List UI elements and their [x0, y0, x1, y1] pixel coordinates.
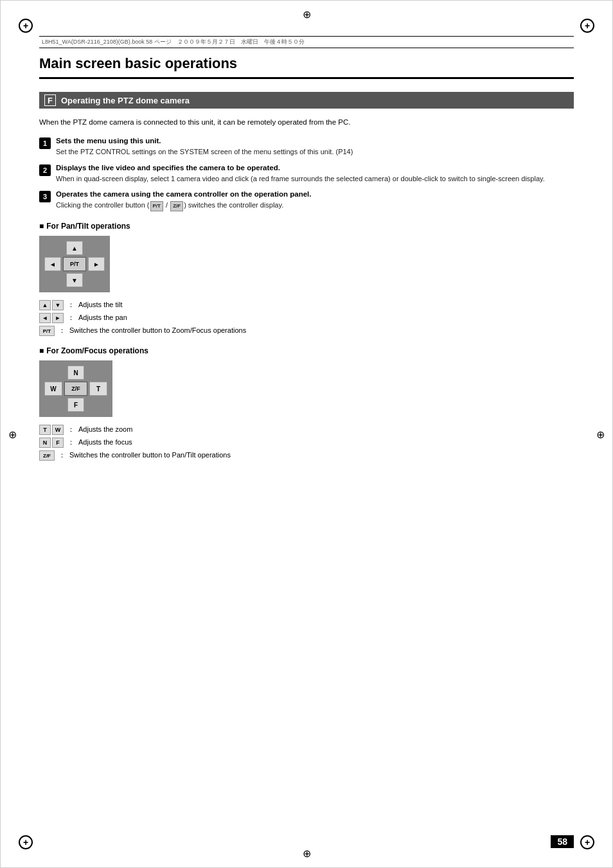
step-1-desc: Set the PTZ CONTROL settings on the SYST… — [56, 146, 574, 157]
zf-row-middle: W Z/F T — [44, 382, 107, 396]
reg-mark-top: ⊕ — [303, 8, 311, 21]
step-1-content: Sets the menu using this unit. Set the P… — [56, 137, 574, 157]
step-1-title: Sets the menu using this unit. — [56, 137, 574, 145]
reg-mark-bottom: ⊕ — [303, 847, 311, 860]
far-icon: F — [52, 438, 64, 448]
zoom-icons: T W — [39, 425, 64, 435]
step-3: 3 Operates the camera using the camera c… — [39, 190, 574, 211]
step-3-title: Operates the camera using the camera con… — [56, 190, 574, 198]
zf-button-inline: Z/F — [170, 201, 183, 211]
zf-row-top: N — [67, 366, 84, 380]
page-container: ⊕ ⊕ ⊕ ⊕ L8H51_WA(DSR-2116_2108)(GB).book… — [0, 0, 613, 868]
file-info-bar: L8H51_WA(DSR-2116_2108)(GB).book 58 ページ … — [39, 36, 574, 48]
zoom-focus-legend: T W ： Adjusts the zoom N F ： Adjusts the… — [39, 425, 574, 461]
step-1: 1 Sets the menu using this unit. Set the… — [39, 137, 574, 157]
near-icon: N — [39, 438, 51, 448]
tilt-up-icon: ▲ — [39, 300, 51, 310]
pan-tilt-legend: ▲ ▼ ： Adjusts the tilt ◄ ► ： Adjusts the… — [39, 300, 574, 336]
wide-icon: W — [52, 425, 64, 435]
step-2-title: Displays the live video and specifies th… — [56, 164, 574, 172]
page-title: Main screen basic operations — [39, 55, 574, 79]
step-3-content: Operates the camera using the camera con… — [56, 190, 574, 211]
pan-right-icon: ► — [52, 313, 64, 323]
corner-mark-tr — [580, 19, 594, 33]
pt-legend-switch: P/T ： Switches the controller button to … — [39, 326, 574, 336]
zf-near-button[interactable]: N — [67, 366, 84, 380]
pt-switch-legend-text: Switches the controller button to Zoom/F… — [69, 326, 246, 335]
tilt-down-icon: ▼ — [52, 300, 64, 310]
pan-tilt-diagram: ▲ ◄ P/T ► ▼ — [39, 236, 110, 292]
tilt-icons: ▲ ▼ — [39, 300, 64, 310]
zf-center-button[interactable]: Z/F — [64, 382, 87, 396]
pt-legend-pan: ◄ ► ： Adjusts the pan — [39, 313, 574, 323]
pt-up-button[interactable]: ▲ — [66, 241, 83, 255]
step-2: 2 Displays the live video and specifies … — [39, 164, 574, 184]
page-number: 58 — [551, 835, 574, 848]
pt-row-top: ▲ — [66, 241, 83, 255]
focus-legend-text: Adjusts the focus — [78, 438, 132, 447]
corner-mark-bl — [19, 835, 33, 849]
page-number-value: 58 — [551, 835, 574, 848]
step-1-number: 1 — [39, 137, 51, 149]
step-3-number: 3 — [39, 191, 51, 202]
pt-legend-tilt: ▲ ▼ ： Adjusts the tilt — [39, 300, 574, 310]
main-content: Main screen basic operations F Operating… — [39, 55, 574, 829]
focus-icons: N F — [39, 438, 64, 448]
zf-legend-focus: N F ： Adjusts the focus — [39, 438, 574, 448]
intro-text: When the PTZ dome camera is connected to… — [39, 116, 574, 128]
pt-label-box: P/T — [39, 326, 55, 336]
pt-down-button[interactable]: ▼ — [66, 273, 83, 287]
zf-legend-switch: Z/F ： Switches the controller button to … — [39, 450, 574, 461]
section-letter: F — [44, 94, 56, 106]
corner-mark-tl — [19, 19, 33, 33]
step-2-content: Displays the live video and specifies th… — [56, 164, 574, 184]
zf-tele-button[interactable]: T — [89, 382, 107, 396]
tilt-legend-text: Adjusts the tilt — [78, 300, 122, 310]
pt-button-inline: P/T — [150, 201, 163, 211]
zf-wide-button[interactable]: W — [44, 382, 62, 396]
step-3-desc: Clicking the controller button (P/T / Z/… — [56, 200, 574, 211]
zf-far-button[interactable]: F — [67, 398, 84, 412]
step-2-desc: When in quad-screen display, select 1 ca… — [56, 173, 574, 184]
pt-row-middle: ◄ P/T ► — [44, 257, 105, 271]
zf-label-box: Z/F — [39, 450, 55, 461]
zoom-focus-diagram: N W Z/F T F — [39, 360, 112, 417]
pt-right-button[interactable]: ► — [88, 257, 105, 271]
pan-legend-text: Adjusts the pan — [78, 313, 127, 323]
pt-row-bottom: ▼ — [66, 273, 83, 287]
pt-center-button[interactable]: P/T — [63, 257, 86, 271]
zf-legend-zoom: T W ： Adjusts the zoom — [39, 425, 574, 435]
pan-icons: ◄ ► — [39, 313, 64, 323]
file-info-text: L8H51_WA(DSR-2116_2108)(GB).book 58 ページ … — [42, 38, 305, 46]
reg-mark-right: ⊕ — [596, 428, 605, 440]
step-2-number: 2 — [39, 164, 51, 176]
zf-switch-icon: Z/F — [39, 450, 55, 461]
pt-left-button[interactable]: ◄ — [44, 257, 61, 271]
reg-mark-left: ⊕ — [8, 428, 17, 440]
zoom-focus-heading: For Zoom/Focus operations — [39, 346, 574, 355]
zf-switch-legend-text: Switches the controller button to Pan/Ti… — [69, 450, 231, 460]
tele-icon: T — [39, 425, 51, 435]
zf-row-bottom: F — [67, 398, 84, 412]
corner-mark-br — [580, 835, 594, 849]
pan-left-icon: ◄ — [39, 313, 51, 323]
zoom-legend-text: Adjusts the zoom — [78, 425, 132, 434]
section-title: Operating the PTZ dome camera — [61, 96, 190, 105]
pt-switch-icon: P/T — [39, 326, 55, 336]
section-header: F Operating the PTZ dome camera — [39, 92, 574, 109]
pan-tilt-heading: For Pan/Tilt operations — [39, 222, 574, 231]
